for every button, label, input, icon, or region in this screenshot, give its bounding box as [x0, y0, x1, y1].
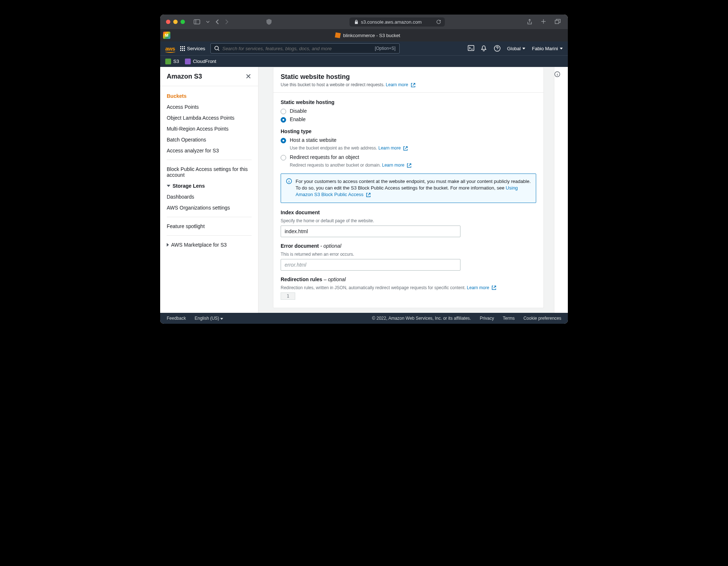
close-sidebar-icon[interactable]: ✕	[245, 72, 252, 81]
sidebar-section-storage-lens[interactable]: Storage Lens	[160, 180, 258, 191]
sidebar-item-dashboards[interactable]: Dashboards	[160, 191, 258, 202]
external-link-icon	[403, 146, 408, 151]
sidebar-item-lambda-ap[interactable]: Object Lambda Access Points	[160, 112, 258, 123]
shortcut-s3-label: S3	[173, 59, 179, 64]
help-icon[interactable]	[494, 45, 500, 52]
external-link-icon	[407, 163, 411, 168]
right-rail	[554, 67, 568, 313]
redirect-label: Redirect requests for an object	[290, 154, 359, 160]
redirection-rules-group: Redirection rules – optional Redirection…	[281, 276, 536, 300]
reload-icon[interactable]	[436, 19, 441, 24]
learn-more-link[interactable]: Learn more	[382, 163, 404, 168]
static-hosting-panel: Static website hosting Use this bucket t…	[273, 67, 544, 308]
maximize-window[interactable]	[181, 20, 185, 24]
search-icon	[214, 46, 219, 51]
terms-link[interactable]: Terms	[503, 316, 515, 321]
aws-header: aws Services [Option+S] Global Fabio Mar…	[160, 41, 568, 55]
sidebar-nav: Buckets Access Points Object Lambda Acce…	[160, 86, 258, 255]
radio-disable[interactable]: Disable	[281, 108, 536, 114]
sidebar-item-feature-spotlight[interactable]: Feature spotlight	[160, 221, 258, 232]
cookies-link[interactable]: Cookie preferences	[523, 316, 561, 321]
caret-down-icon	[560, 48, 563, 49]
region-selector[interactable]: Global	[507, 46, 526, 51]
radio-redirect[interactable]: Redirect requests for an object	[281, 154, 536, 160]
minimize-window[interactable]	[173, 20, 178, 24]
divider	[167, 217, 252, 217]
sidebar-item-buckets[interactable]: Buckets	[160, 91, 258, 101]
sidebar-item-access-points[interactable]: Access Points	[160, 101, 258, 112]
search-input[interactable]	[222, 46, 372, 51]
index-desc: Specify the home or default page of the …	[281, 218, 536, 223]
svg-rect-4	[468, 45, 474, 51]
tab-title: blinkcommerce - S3 bucket	[343, 33, 400, 38]
index-document-input[interactable]	[281, 226, 460, 237]
sidebar-item-batch[interactable]: Batch Operations	[160, 134, 258, 145]
sidebar-item-multi-region[interactable]: Multi-Region Access Points	[160, 123, 258, 134]
info-panel-icon[interactable]	[554, 71, 560, 77]
cloudshell-icon[interactable]	[468, 45, 474, 52]
privacy-link[interactable]: Privacy	[480, 316, 494, 321]
services-label: Services	[187, 46, 205, 51]
sidebar-item-org-settings[interactable]: AWS Organizations settings	[160, 202, 258, 213]
address-bar-wrap: s3.console.aws.amazon.com	[276, 17, 518, 27]
bell-icon[interactable]	[481, 45, 487, 52]
error-label: Error document - optional	[281, 243, 536, 249]
share-icon[interactable]	[526, 17, 534, 26]
address-bar[interactable]: s3.console.aws.amazon.com	[349, 17, 445, 27]
info-alert: For your customers to access content at …	[281, 174, 536, 203]
radio-enable[interactable]: Enable	[281, 116, 536, 123]
content-area: Static website hosting Use this bucket t…	[258, 67, 554, 313]
new-tab-icon[interactable]	[539, 17, 547, 26]
enable-label: Enable	[290, 116, 306, 122]
index-document-group: Index document Specify the home or defau…	[281, 210, 536, 237]
copyright-text: © 2022, Amazon Web Services, Inc. or its…	[372, 316, 471, 321]
learn-more-link[interactable]: Learn more	[467, 285, 489, 290]
tab-bar: M blinkcommerce - S3 bucket	[160, 29, 568, 41]
shortcut-cloudfront[interactable]: CloudFront	[185, 59, 216, 64]
storage-lens-label: Storage Lens	[173, 183, 205, 189]
sidebar-toggle-icon[interactable]	[192, 18, 202, 26]
close-window[interactable]	[166, 20, 170, 24]
header-actions: Global Fabio Marini	[468, 45, 563, 52]
services-menu[interactable]: Services	[180, 46, 205, 51]
sidebar-item-block-public[interactable]: Block Public Access settings for this ac…	[160, 164, 258, 180]
sidebar-header: Amazon S3 ✕	[160, 67, 258, 86]
region-label: Global	[507, 46, 521, 51]
caret-down-icon	[522, 48, 525, 49]
learn-more-link[interactable]: Learn more	[379, 146, 401, 151]
shortcut-s3[interactable]: S3	[165, 59, 179, 64]
panel-body: Static website hosting Disable Enable Ho…	[273, 93, 543, 308]
lock-icon	[355, 20, 358, 24]
back-button[interactable]	[214, 18, 221, 26]
global-search[interactable]: [Option+S]	[210, 43, 400, 53]
svg-rect-2	[555, 20, 559, 24]
tabs-icon[interactable]	[553, 17, 562, 26]
active-tab[interactable]: blinkcommerce - S3 bucket	[170, 33, 565, 38]
info-text: For your customers to access content at …	[296, 178, 531, 198]
language-selector[interactable]: English (US)	[195, 316, 223, 321]
host-static-desc: Use the bucket endpoint as the web addre…	[290, 146, 536, 151]
hosting-toggle-group: Static website hosting Disable Enable	[281, 99, 536, 123]
shortcut-cloudfront-label: CloudFront	[193, 59, 216, 64]
error-document-group: Error document - optional This is return…	[281, 243, 536, 271]
rules-desc: Redirection rules, written in JSON, auto…	[281, 285, 536, 290]
username-label: Fabio Marini	[532, 46, 558, 51]
aws-logo[interactable]: aws	[165, 45, 175, 52]
sidebar-section-marketplace[interactable]: AWS Marketplace for S3	[160, 239, 258, 250]
learn-more-link[interactable]: Learn more	[386, 82, 408, 87]
shield-icon[interactable]	[265, 17, 273, 26]
gmail-tab-icon[interactable]: M	[163, 32, 170, 39]
divider	[167, 235, 252, 236]
sidebar-title: Amazon S3	[167, 73, 202, 80]
error-document-input[interactable]	[281, 259, 460, 271]
svg-point-3	[215, 46, 218, 50]
svg-rect-0	[194, 20, 200, 24]
radio-host-static[interactable]: Host a static website	[281, 137, 536, 143]
panel-subtitle: Use this bucket to host a website or red…	[281, 82, 536, 87]
account-menu[interactable]: Fabio Marini	[532, 46, 563, 51]
sidebar-item-analyzer[interactable]: Access analyzer for S3	[160, 145, 258, 156]
grid-icon	[180, 46, 185, 51]
chevron-down-icon[interactable]	[205, 19, 211, 24]
feedback-link[interactable]: Feedback	[167, 316, 186, 321]
forward-button[interactable]	[223, 18, 230, 26]
